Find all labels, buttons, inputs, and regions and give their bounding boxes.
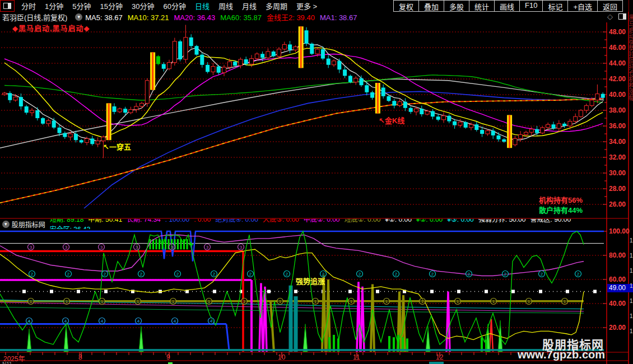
clipped-digit: 1 <box>630 283 633 289</box>
ma-value: MA5: 38.67 <box>85 13 123 22</box>
price-axis-label: 40.00 <box>609 91 631 99</box>
svg-text:2: 2 <box>395 272 398 277</box>
annotation-jinkxian: ↖金K线 <box>379 115 404 125</box>
svg-text:2: 2 <box>577 272 580 277</box>
indicator-value: ¥③: 0.00 <box>447 219 473 223</box>
period-tab-日线[interactable]: 日线 <box>190 2 214 11</box>
clipped-digit: 1 <box>630 237 633 244</box>
time-axis-label: 10 <box>278 353 285 361</box>
period-tab-更多 >[interactable]: 更多 > <box>292 2 322 11</box>
svg-text:2: 2 <box>359 272 361 277</box>
period-tab-周线[interactable]: 周线 <box>214 2 238 11</box>
time-axis-label: 9 <box>166 353 170 361</box>
bottom-clipped-row: N11 <box>0 361 629 364</box>
indicator-title[interactable]: 股朋指标网 <box>12 220 45 229</box>
period-toolbar: 分时1分钟5分钟15分钟30分钟60分钟日线周线月线多周期更多 > 复权叠加多股… <box>0 0 629 12</box>
period-tab-30分钟[interactable]: 30分钟 <box>127 2 159 11</box>
svg-text:1: 1 <box>137 299 139 304</box>
clipped-digit: 1 <box>630 313 633 319</box>
svg-text:4: 4 <box>210 319 213 324</box>
toolbar-button-复权[interactable]: 复权 <box>393 0 419 12</box>
svg-text:1: 1 <box>66 299 68 304</box>
svg-text:1: 1 <box>279 299 282 304</box>
toolbar-button-F10[interactable]: F10 <box>519 0 543 12</box>
toolbar-button-+自选[interactable]: +自选 <box>567 0 598 12</box>
svg-text:1: 1 <box>208 299 211 304</box>
svg-text:1: 1 <box>172 299 175 304</box>
svg-text:2: 2 <box>286 272 288 277</box>
strong-chase-label: 强势追涨 <box>296 276 325 286</box>
toolbar-button-统计[interactable]: 统计 <box>469 0 495 12</box>
svg-text:1: 1 <box>314 299 317 304</box>
stock-title[interactable]: 若羽臣(日线,前复权) <box>2 12 67 22</box>
svg-text:3: 3 <box>65 245 68 250</box>
period-tab-月线[interactable]: 月线 <box>238 2 261 11</box>
svg-text:1: 1 <box>385 299 388 304</box>
period-tab-1分钟[interactable]: 1分钟 <box>40 2 68 11</box>
indicator-axis-label: 20.00 <box>609 324 631 332</box>
indicator-values: 短期: 89.18中期: 50.41长期: 74.34: 100.00: 0.0… <box>50 219 605 229</box>
svg-text:1: 1 <box>457 299 459 304</box>
price-axis-label: 34.00 <box>609 138 631 146</box>
svg-text:3: 3 <box>206 245 209 250</box>
time-axis-label: 8 <box>78 353 82 361</box>
price-axis-label: 26.00 <box>609 200 631 208</box>
split-window-icon[interactable] <box>618 13 626 20</box>
svg-text:2: 2 <box>31 272 34 277</box>
period-tab-5分钟[interactable]: 5分钟 <box>68 2 95 11</box>
svg-text:2: 2 <box>176 272 179 277</box>
price-axis-label: 32.00 <box>609 153 631 161</box>
window-menu-button[interactable] <box>0 0 15 12</box>
svg-text:2: 2 <box>140 272 143 277</box>
svg-text:1: 1 <box>492 299 495 304</box>
indicator-axis-label: 80.00 <box>609 251 631 259</box>
indicator-value: 绝对底④: 0.00 <box>215 219 258 223</box>
svg-text:4: 4 <box>101 319 104 324</box>
svg-text:2: 2 <box>541 272 543 277</box>
toolbar-button-叠加[interactable]: 叠加 <box>418 0 444 12</box>
indicator-axis-label: 40.00 <box>609 300 631 307</box>
price-axis-label: 28.00 <box>609 185 631 193</box>
svg-text:4: 4 <box>137 319 140 324</box>
ma-value: MA10: 37.21 <box>128 13 169 22</box>
arrow-up-left-icon: ↖ <box>379 116 385 125</box>
svg-text:2: 2 <box>67 272 70 277</box>
svg-text:2: 2 <box>104 272 106 277</box>
period-tab-多周期[interactable]: 多周期 <box>261 2 292 11</box>
svg-text:1: 1 <box>243 299 246 304</box>
svg-text:3: 3 <box>240 245 243 250</box>
price-axis-label: 30.00 <box>609 169 631 177</box>
signal-text: ◆黑马启动,黑马启动◆ <box>12 22 90 33</box>
price-axis-label: 38.00 <box>609 106 631 114</box>
ma-value: 金线王2: 39.40 <box>267 13 315 22</box>
chevron-down-icon[interactable]: ▾ <box>2 221 10 228</box>
toolbar-button-返回[interactable]: 返回 <box>597 0 623 12</box>
institution-holding-label: 机构持有56% <box>539 194 583 205</box>
toolbar-button-多股[interactable]: 多股 <box>444 0 469 12</box>
ma-value: MA20: 36.43 <box>174 13 216 22</box>
indicator-value: 中底②: 0.00 <box>304 219 340 223</box>
toolbar-buttons: 复权叠加多股统计画线F10标记+自选返回 <box>394 0 623 12</box>
trading-app-window: 3333333222222222222222211111111111111114… <box>0 0 633 364</box>
price-axis-label: 36.00 <box>609 122 631 130</box>
chevron-down-icon[interactable]: ▾ <box>75 13 82 21</box>
svg-text:1: 1 <box>421 299 424 304</box>
period-tab-60分钟[interactable]: 60分钟 <box>159 2 190 11</box>
diamond-icon[interactable]: ◇ <box>607 12 613 21</box>
period-tabs: 分时1分钟5分钟15分钟30分钟60分钟日线周线月线多周期更多 > <box>17 1 322 11</box>
price-axis-label: 44.00 <box>609 59 631 67</box>
svg-text:4: 4 <box>64 319 67 324</box>
period-tab-15分钟[interactable]: 15分钟 <box>95 2 127 11</box>
period-tab-分时[interactable]: 分时 <box>17 2 40 11</box>
indicator-value: 短底①: 0.00 <box>345 219 381 223</box>
indicator-axis-label: 100.00 <box>609 227 631 235</box>
svg-text:1: 1 <box>564 299 566 304</box>
svg-text:2: 2 <box>468 272 471 277</box>
toolbar-button-画线[interactable]: 画线 <box>494 0 520 12</box>
indicator-value: 强弱分界: 50.00 <box>478 219 526 223</box>
clipped-digit: 1 <box>630 268 633 274</box>
chart-canvas[interactable]: 3333333222222222222222211111111111111114… <box>0 0 633 364</box>
toolbar-button-标记[interactable]: 标记 <box>542 0 568 12</box>
svg-text:2: 2 <box>431 272 434 277</box>
retail-holding-label: 散户持有44% <box>539 204 583 215</box>
